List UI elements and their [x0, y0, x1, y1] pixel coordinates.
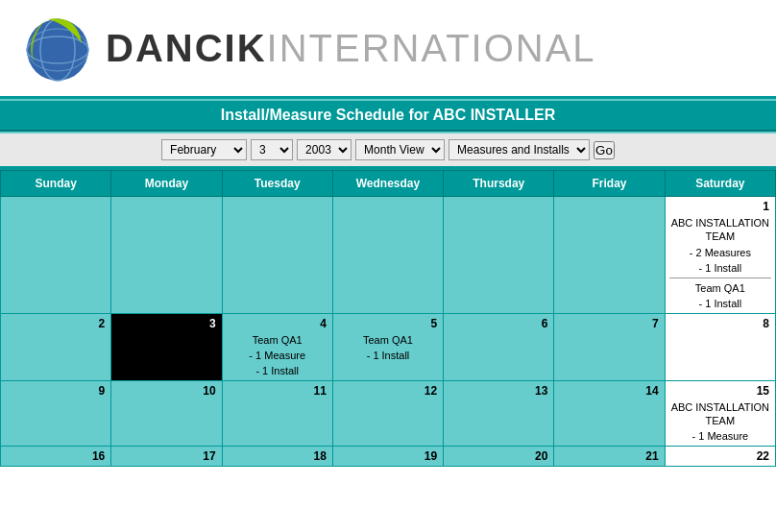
day-number: 19: [337, 448, 439, 464]
calendar-cell: 5Team QA1- 1 Install: [332, 313, 443, 380]
calendar-cell: 7: [554, 313, 665, 380]
day-number: 5: [337, 316, 439, 331]
day-number: 8: [669, 316, 771, 331]
day-number: 3: [115, 316, 217, 331]
day-number: 4: [227, 316, 328, 331]
day-number: 7: [558, 316, 660, 331]
event-text: - 1 Install: [227, 364, 328, 377]
event-text: Team QA1: [337, 333, 439, 347]
logo-text: DANCIKINTERNATIONAL: [106, 27, 596, 70]
calendar-cell: 9: [1, 380, 111, 446]
calendar-day-header: Tuesday: [222, 171, 332, 197]
calendar-cell: 6: [444, 313, 554, 380]
calendar-cell: 11: [222, 380, 332, 446]
day-number: 9: [5, 383, 107, 399]
calendar-cell: 14: [554, 380, 665, 446]
event-text: - 1 Install: [669, 261, 771, 275]
calendar-day-header: Sunday: [1, 171, 111, 197]
go-button[interactable]: Go: [594, 141, 615, 159]
day-number: 1: [669, 199, 771, 214]
event-text: ABC INSTALLATION TEAM: [669, 216, 771, 244]
calendar-day-header: Saturday: [665, 171, 775, 197]
calendar-table: SundayMondayTuesdayWednesdayThursdayFrid…: [0, 170, 776, 467]
event-text: - 1 Install: [669, 297, 771, 310]
month-select[interactable]: JanuaryFebruaryMarchAprilMayJuneJulyAugu…: [161, 139, 247, 160]
calendar-day-header: Thursday: [444, 171, 554, 197]
controls-bar: JanuaryFebruaryMarchAprilMayJuneJulyAugu…: [0, 133, 776, 168]
calendar-cell: 10: [111, 380, 222, 446]
event-text: Team QA1: [227, 333, 328, 347]
calendar-cell: [332, 197, 443, 314]
day-select[interactable]: 1234567891011121314151617181920212223242…: [251, 139, 293, 160]
day-number: 10: [115, 383, 217, 399]
day-number: 16: [5, 448, 107, 464]
logo-icon: [19, 10, 96, 86]
calendar-cell: 22: [665, 446, 775, 466]
day-number: 20: [448, 448, 549, 464]
calendar-day-header: Friday: [554, 171, 665, 197]
calendar-cell: 17: [111, 446, 222, 466]
calendar-cell: 3: [111, 313, 222, 380]
year-select[interactable]: 20012002200320042005: [297, 139, 352, 160]
day-number: 6: [448, 316, 549, 331]
calendar-cell: 21: [554, 446, 665, 466]
calendar-cell: 2: [1, 313, 111, 380]
filter-select[interactable]: Measures and InstallsMeasures OnlyInstal…: [449, 139, 590, 160]
day-number: 14: [558, 383, 660, 399]
day-number: 15: [669, 383, 771, 399]
event-text: Team QA1: [669, 281, 771, 295]
day-number: 11: [227, 383, 328, 399]
event-text: - 1 Measure: [227, 349, 328, 362]
day-number: 12: [337, 383, 439, 399]
day-number: 17: [115, 448, 217, 464]
day-number: 22: [669, 448, 771, 464]
event-text: - 1 Measure: [669, 429, 771, 443]
calendar-day-header: Wednesday: [332, 171, 443, 197]
calendar-cell: 8: [665, 313, 775, 380]
calendar-cell: 4Team QA1- 1 Measure- 1 Install: [222, 313, 332, 380]
calendar-cell: 16: [1, 446, 111, 466]
calendar-cell: 19: [332, 446, 443, 466]
calendar-day-header: Monday: [111, 171, 222, 197]
event-text: - 1 Install: [337, 349, 439, 362]
event-text: ABC INSTALLATION TEAM: [669, 400, 771, 428]
calendar-cell: [222, 197, 332, 314]
calendar-cell: 13: [444, 380, 554, 446]
event-text: - 2 Measures: [669, 246, 771, 259]
calendar-cell: [444, 197, 554, 314]
page-title: Install/Measure Schedule for ABC INSTALL…: [0, 101, 776, 132]
day-number: 2: [5, 316, 107, 331]
calendar-cell: [554, 197, 665, 314]
calendar-cell: 12: [332, 380, 443, 446]
header: DANCIKINTERNATIONAL: [0, 0, 776, 96]
day-number: 18: [227, 448, 328, 464]
view-select[interactable]: Month ViewWeek ViewDay View: [355, 139, 445, 160]
calendar-cell: [1, 197, 111, 314]
calendar-cell: 15ABC INSTALLATION TEAM- 1 Measure: [665, 380, 775, 446]
calendar-cell: [111, 197, 222, 314]
calendar-cell: 18: [222, 446, 332, 466]
calendar-cell: 1ABC INSTALLATION TEAM- 2 Measures- 1 In…: [665, 197, 775, 314]
day-number: 21: [558, 448, 660, 464]
calendar-cell: 20: [444, 446, 554, 466]
day-number: 13: [448, 383, 549, 399]
